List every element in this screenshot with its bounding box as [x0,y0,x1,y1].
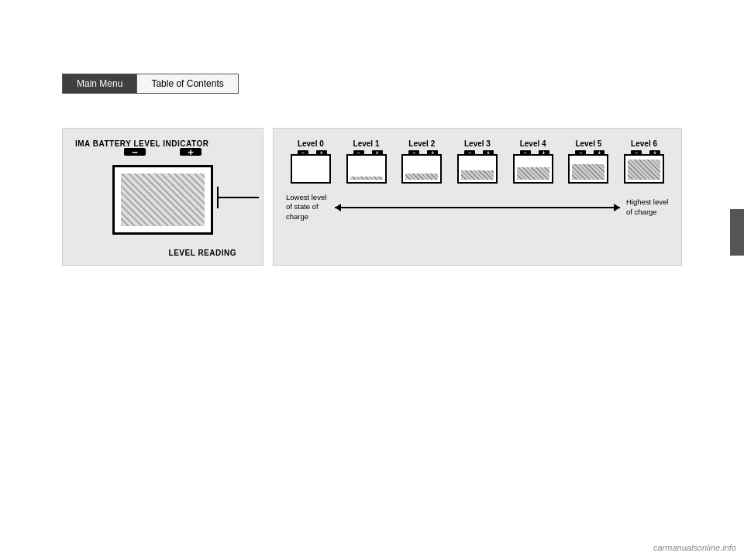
ima-panel-title: IMA BATTERY LEVEL INDICATOR [75,139,250,148]
battery-diagram: − + LEVEL READING [75,157,250,257]
small-pos-terminal-level2: + [427,150,438,155]
level-item-level5: Level 5−+ [568,139,608,184]
level-item-level2: Level 2−+ [401,139,442,184]
watermark: carmanualsonline.info [653,543,736,552]
small-neg-terminal-level1: − [353,150,364,155]
small-neg-terminal-level6: − [631,150,642,155]
sidebar-indicator [730,209,744,256]
small-pos-terminal-level3: + [483,150,494,155]
small-pos-terminal-level5: + [594,150,604,155]
levels-row: Level 0−+Level 1−+Level 2−+Level 3−+Leve… [286,139,669,184]
small-battery-fill-level5 [572,164,604,180]
small-pos-terminal-level0: + [316,150,327,155]
small-neg-terminal-level2: − [408,150,419,155]
battery-fill [121,173,205,226]
positive-terminal: + [180,148,202,156]
table-of-contents-button[interactable]: Table of Contents [136,74,238,94]
negative-terminal: − [124,148,146,156]
small-battery-fill-level2 [405,173,438,180]
level-label-level2: Level 2 [408,139,435,148]
level-label-level6: Level 6 [631,139,657,148]
small-neg-terminal-level3: − [464,150,475,155]
level-label-level4: Level 4 [520,139,546,148]
navigation-bar: Main Menu Table of Contents [62,74,239,94]
level-label-level5: Level 5 [575,139,601,148]
long-arrow-line [335,207,620,208]
level-label-level3: Level 3 [464,139,491,148]
level-reading-label: LEVEL READING [169,249,236,257]
level-item-level4: Level 4−+ [513,139,553,184]
charge-range-arrow-section: Lowest level of state of charge Highest … [286,193,669,222]
small-battery-fill-level3 [461,170,494,180]
level-item-level3: Level 3−+ [457,139,498,184]
small-battery-level1: −+ [346,154,387,184]
level-label-level0: Level 0 [298,139,324,148]
battery-body [112,165,213,235]
small-pos-terminal-level4: + [539,150,549,155]
level-indicators-panel: Level 0−+Level 1−+Level 2−+Level 3−+Leve… [273,128,682,266]
charge-range-arrow [335,202,620,213]
small-battery-level4: −+ [513,154,553,184]
small-battery-fill-level4 [517,167,549,180]
small-battery-level0: −+ [291,154,331,184]
small-battery-fill-level1 [350,177,383,180]
small-neg-terminal-level5: − [575,150,586,155]
level-item-level1: Level 1−+ [346,139,387,184]
main-menu-button[interactable]: Main Menu [62,74,136,94]
small-battery-level5: −+ [568,154,608,184]
battery-terminals: − + [124,148,202,156]
level-item-level0: Level 0−+ [291,139,331,184]
small-battery-fill-level6 [628,160,660,180]
small-neg-terminal-level4: − [520,150,531,155]
small-battery-level3: −+ [457,154,498,184]
small-pos-terminal-level1: + [372,150,383,155]
ima-battery-panel: IMA BATTERY LEVEL INDICATOR − + LEVEL RE [62,128,264,266]
level-item-level6: Level 6−+ [624,139,664,184]
small-neg-terminal-level0: − [298,150,308,155]
small-battery-level2: −+ [401,154,442,184]
highest-label: Highest level of charge [626,198,669,217]
small-pos-terminal-level6: + [649,150,660,155]
level-label-level1: Level 1 [353,139,380,148]
small-battery-level6: −+ [624,154,664,184]
lowest-label: Lowest level of state of charge [286,193,329,222]
diagram-area: IMA BATTERY LEVEL INDICATOR − + LEVEL RE [62,128,682,266]
